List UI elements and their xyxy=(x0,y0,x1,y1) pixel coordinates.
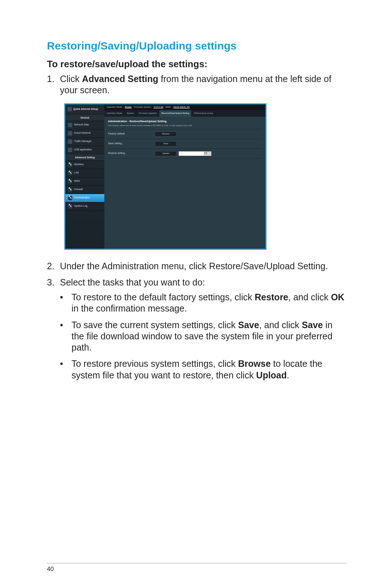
wrench-icon xyxy=(68,204,72,209)
router-screenshot: Quick Internet Setup General Network Map… xyxy=(64,103,266,250)
router-main: Operation Mode: Router Firmware Version:… xyxy=(104,104,265,249)
panel-description: This function allows you to save current… xyxy=(108,124,262,129)
page-number: 40 xyxy=(47,566,54,573)
settings-row: Save settingSave xyxy=(108,139,262,149)
sidebar-item[interactable]: System Log xyxy=(65,202,104,211)
step-2: Under the Administration menu, click Res… xyxy=(47,261,347,272)
sidebar-item[interactable]: Traffic Manager xyxy=(65,138,104,146)
sidebar-item[interactable]: Guest Network xyxy=(65,129,104,138)
nav-icon xyxy=(68,123,72,127)
save-button[interactable]: Save xyxy=(155,141,177,146)
quick-internet-setup[interactable]: Quick Internet Setup xyxy=(65,104,104,115)
bullet-item: To restore to the default factory settin… xyxy=(60,292,347,314)
wrench-icon xyxy=(68,163,72,167)
nav-icon xyxy=(68,140,72,144)
sidebar-item[interactable]: WAN xyxy=(65,177,104,186)
row-label: Restore setting xyxy=(108,152,155,155)
section-heading: Restoring/Saving/Uploading settings xyxy=(47,40,347,52)
sidebar-item[interactable]: USB application xyxy=(65,146,104,154)
steps-list: Click Advanced Setting from the navigati… xyxy=(47,73,347,381)
wrench-icon xyxy=(68,196,72,200)
tab[interactable]: System xyxy=(125,110,136,117)
wrench-icon xyxy=(68,171,72,175)
sidebar-section-general: General xyxy=(65,115,104,121)
sidebar-item[interactable]: Administration xyxy=(65,194,104,202)
wrench-icon xyxy=(68,179,72,184)
tab[interactable]: Firmware Upgrade xyxy=(136,110,159,117)
qis-icon xyxy=(68,107,72,111)
row-label: Factory default xyxy=(108,132,155,136)
settings-row: Factory defaultRestore xyxy=(108,129,262,139)
router-content: Administration - Restore/Save/Upload Set… xyxy=(104,117,265,249)
footer-rule xyxy=(47,563,347,563)
bullet-item: To restore previous system settings, cli… xyxy=(60,358,347,381)
sidebar-section-advanced: Advanced Setting xyxy=(65,154,104,161)
router-topbar: Operation Mode: Router Firmware Version:… xyxy=(104,104,265,110)
sidebar-item[interactable]: Wireless xyxy=(65,161,104,169)
row-label: Save setting xyxy=(108,142,155,145)
subheading: To restore/save/upload the settings: xyxy=(47,59,347,70)
browse-button[interactable]: 浏览 xyxy=(204,152,211,155)
tab[interactable]: Operation Mode xyxy=(104,110,125,117)
wrench-icon xyxy=(68,188,72,192)
sidebar-item[interactable]: LAN xyxy=(65,169,104,177)
nav-icon xyxy=(68,131,72,136)
router-tabs: Operation ModeSystemFirmware UpgradeRest… xyxy=(104,110,265,117)
panel-title: Administration - Restore/Save/Upload Set… xyxy=(108,120,262,123)
bullet-item: To save the current system settings, cli… xyxy=(60,319,347,353)
restore-button[interactable]: Restore xyxy=(155,132,177,137)
router-sidebar: Quick Internet Setup General Network Map… xyxy=(65,104,104,249)
tab[interactable]: Restore/Save/Upload Setting xyxy=(159,110,192,117)
file-input[interactable]: 浏览 xyxy=(179,151,211,156)
step-1: Click Advanced Setting from the navigati… xyxy=(47,73,347,250)
tab[interactable]: Performance tuning xyxy=(192,110,215,117)
step-3: Select the tasks that you want to do: To… xyxy=(47,277,347,381)
sidebar-item[interactable]: Network Map xyxy=(65,121,104,129)
sidebar-item[interactable]: Firewall xyxy=(65,186,104,194)
bullet-list: To restore to the default factory settin… xyxy=(60,292,347,381)
settings-row: Restore settingUpload浏览 xyxy=(108,149,262,159)
upload-button[interactable]: Upload xyxy=(155,151,177,156)
nav-icon xyxy=(68,148,72,152)
